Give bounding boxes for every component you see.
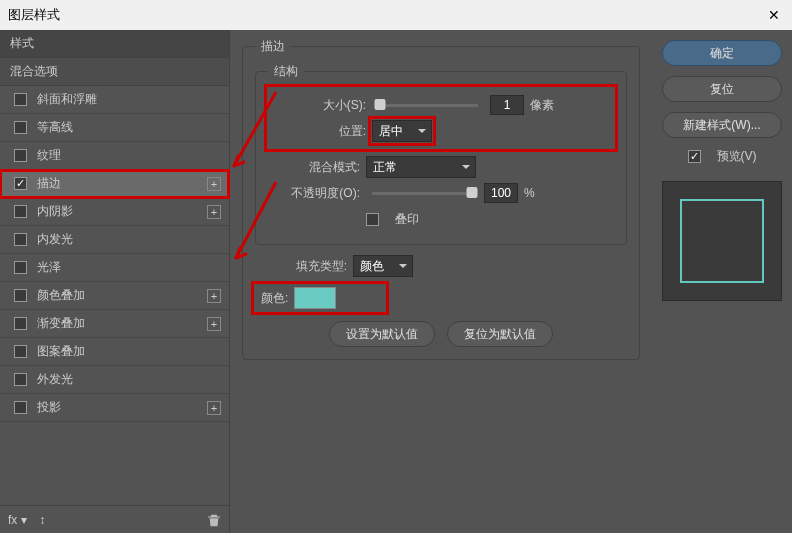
position-select[interactable]: 居中: [372, 120, 432, 142]
style-label: 外发光: [37, 371, 221, 388]
style-checkbox[interactable]: [14, 205, 27, 218]
opacity-slider[interactable]: [372, 192, 472, 195]
size-input[interactable]: [490, 95, 524, 115]
style-label: 内发光: [37, 231, 221, 248]
preview-checkbox[interactable]: [688, 150, 701, 163]
plus-icon[interactable]: +: [207, 205, 221, 219]
style-checkbox[interactable]: [14, 401, 27, 414]
style-item-7[interactable]: 颜色叠加+: [0, 282, 229, 310]
overprint-checkbox[interactable]: [366, 213, 379, 226]
stroke-legend: 描边: [255, 38, 291, 55]
ok-button[interactable]: 确定: [662, 40, 782, 66]
style-checkbox[interactable]: [14, 121, 27, 134]
close-icon[interactable]: ✕: [764, 5, 784, 25]
preview-square: [680, 199, 764, 283]
style-checkbox[interactable]: [14, 149, 27, 162]
style-checkbox[interactable]: [14, 345, 27, 358]
opacity-input[interactable]: [484, 183, 518, 203]
right-panel: 确定 复位 新建样式(W)... 预览(V): [652, 30, 792, 533]
plus-icon[interactable]: +: [207, 317, 221, 331]
structure-fieldset: 结构 大小(S): 像素 位置: 居中: [255, 63, 627, 245]
plus-icon[interactable]: +: [207, 177, 221, 191]
set-default-button[interactable]: 设置为默认值: [329, 321, 435, 347]
style-label: 图案叠加: [37, 343, 221, 360]
style-item-10[interactable]: 外发光: [0, 366, 229, 394]
position-label: 位置:: [274, 123, 366, 140]
styles-sidebar: 样式 混合选项 斜面和浮雕等高线纹理描边+内阴影+内发光光泽颜色叠加+渐变叠加+…: [0, 30, 230, 533]
style-label: 内阴影: [37, 203, 207, 220]
style-item-2[interactable]: 纹理: [0, 142, 229, 170]
style-checkbox[interactable]: [14, 289, 27, 302]
size-unit: 像素: [530, 97, 560, 114]
style-item-11[interactable]: 投影+: [0, 394, 229, 422]
stroke-panel: 描边 结构 大小(S): 像素 位置: 居中: [230, 30, 652, 533]
style-item-4[interactable]: 内阴影+: [0, 198, 229, 226]
style-checkbox[interactable]: [14, 233, 27, 246]
preview-box: [662, 181, 782, 301]
cancel-button[interactable]: 复位: [662, 76, 782, 102]
style-item-8[interactable]: 渐变叠加+: [0, 310, 229, 338]
size-slider[interactable]: [378, 104, 478, 107]
reset-default-button[interactable]: 复位为默认值: [447, 321, 553, 347]
style-label: 描边: [37, 175, 207, 192]
newstyle-button[interactable]: 新建样式(W)...: [662, 112, 782, 138]
style-label: 纹理: [37, 147, 221, 164]
arrows-icon[interactable]: ↕: [39, 513, 45, 527]
fx-label[interactable]: fx: [8, 513, 17, 527]
blendmode-select[interactable]: 正常: [366, 156, 476, 178]
plus-icon[interactable]: +: [207, 401, 221, 415]
filltype-select[interactable]: 颜色: [353, 255, 413, 277]
styles-header: 样式: [0, 30, 229, 58]
style-checkbox[interactable]: [14, 93, 27, 106]
style-item-6[interactable]: 光泽: [0, 254, 229, 282]
stroke-fieldset: 描边 结构 大小(S): 像素 位置: 居中: [242, 38, 640, 360]
size-label: 大小(S):: [274, 97, 366, 114]
style-label: 光泽: [37, 259, 221, 276]
style-checkbox[interactable]: [14, 177, 27, 190]
style-label: 投影: [37, 399, 207, 416]
trash-icon[interactable]: [207, 513, 221, 527]
plus-icon[interactable]: +: [207, 289, 221, 303]
style-checkbox[interactable]: [14, 261, 27, 274]
dialog-title: 图层样式: [8, 6, 764, 24]
overprint-label: 叠印: [395, 211, 419, 228]
style-item-1[interactable]: 等高线: [0, 114, 229, 142]
fx-menu-icon[interactable]: ▾: [21, 513, 27, 527]
style-label: 斜面和浮雕: [37, 91, 221, 108]
style-label: 渐变叠加: [37, 315, 207, 332]
blendmode-label: 混合模式:: [268, 159, 360, 176]
style-label: 等高线: [37, 119, 221, 136]
style-item-3[interactable]: 描边+: [0, 170, 229, 198]
blend-options[interactable]: 混合选项: [0, 58, 229, 86]
style-item-9[interactable]: 图案叠加: [0, 338, 229, 366]
style-checkbox[interactable]: [14, 317, 27, 330]
style-label: 颜色叠加: [37, 287, 207, 304]
color-label: 颜色:: [261, 290, 288, 307]
color-swatch[interactable]: [294, 287, 336, 309]
style-checkbox[interactable]: [14, 373, 27, 386]
style-item-5[interactable]: 内发光: [0, 226, 229, 254]
opacity-unit: %: [524, 186, 554, 200]
preview-label: 预览(V): [717, 148, 757, 165]
structure-legend: 结构: [268, 63, 304, 80]
style-item-0[interactable]: 斜面和浮雕: [0, 86, 229, 114]
